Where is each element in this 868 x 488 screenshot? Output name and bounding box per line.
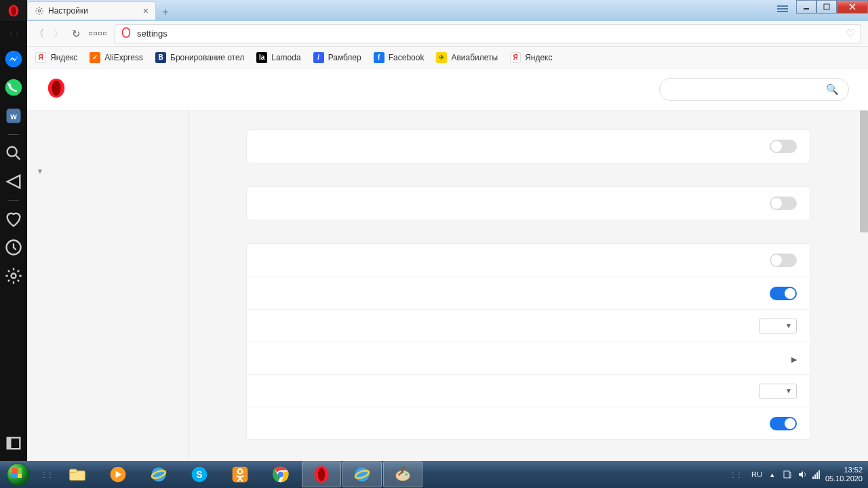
- skype-taskbar-button[interactable]: S: [180, 462, 219, 487]
- forward-button[interactable]: 〉: [53, 28, 64, 40]
- settings-search[interactable]: 🔍: [659, 78, 849, 101]
- history-icon[interactable]: [4, 238, 23, 257]
- svg-rect-16: [7, 438, 12, 449]
- bookmark-item[interactable]: fFacebook: [374, 52, 425, 63]
- speed-dial-button[interactable]: [89, 32, 106, 35]
- svg-point-30: [278, 472, 284, 478]
- settings-card: [246, 186, 811, 220]
- vk-icon[interactable]: w: [4, 106, 23, 125]
- toggle-switch[interactable]: [770, 253, 797, 267]
- svg-rect-3: [777, 5, 788, 7]
- bookmark-favicon: f: [374, 52, 384, 63]
- settings-row[interactable]: [247, 244, 810, 277]
- messenger-icon[interactable]: [4, 49, 23, 68]
- search-sidebar-icon[interactable]: [4, 144, 23, 163]
- bookmark-label: Рамблер: [328, 53, 361, 62]
- system-tray: ⋮⋮ RU ▴ 13:52 05.10.2020: [726, 461, 868, 488]
- svg-rect-7: [824, 4, 829, 9]
- bookmark-heart-icon[interactable]: ♡: [846, 27, 855, 40]
- opera-sidebar: ⋮⋮ w: [0, 21, 27, 461]
- browser-tab[interactable]: Настройки ×: [27, 1, 156, 20]
- bookmark-item[interactable]: ЯЯндекс: [35, 52, 77, 63]
- opera-taskbar-button[interactable]: [302, 462, 341, 487]
- settings-card: [246, 129, 811, 163]
- toggle-switch[interactable]: [770, 287, 797, 300]
- maximize-button[interactable]: [816, 0, 837, 14]
- back-button[interactable]: 〈: [34, 28, 45, 40]
- reload-button[interactable]: ↻: [72, 28, 81, 40]
- tab-title: Настройки: [48, 6, 139, 16]
- ie-taskbar-button[interactable]: [139, 462, 178, 487]
- settings-row[interactable]: [247, 130, 810, 163]
- dropdown-select[interactable]: ▼: [759, 384, 797, 399]
- settings-row[interactable]: ▶: [247, 342, 810, 374]
- address-bar[interactable]: ♡: [115, 24, 861, 43]
- bookmark-favicon: Я: [510, 52, 521, 63]
- flow-icon[interactable]: [4, 172, 23, 191]
- opera-menu-button[interactable]: [0, 0, 27, 21]
- windows-taskbar: ⋮⋮ S ⋮⋮ RU ▴ 13:52 05.10.2020: [0, 461, 868, 488]
- svg-point-36: [398, 473, 401, 476]
- network-signal-icon[interactable]: [812, 470, 820, 479]
- toggle-switch[interactable]: [770, 197, 797, 210]
- bookmark-item[interactable]: /Рамблер: [313, 52, 361, 63]
- scrollbar-thumb[interactable]: [860, 110, 868, 232]
- close-window-button[interactable]: [837, 0, 868, 14]
- bookmark-label: Lamoda: [271, 53, 300, 62]
- toggle-switch[interactable]: [770, 140, 797, 153]
- bookmark-item[interactable]: ✓AliExpress: [90, 52, 143, 63]
- bookmark-item[interactable]: ЯЯндекс: [510, 52, 552, 63]
- whatsapp-icon[interactable]: [4, 78, 23, 97]
- bookmark-item[interactable]: laLamoda: [256, 52, 300, 63]
- new-tab-button[interactable]: +: [156, 3, 175, 21]
- bookmark-favicon: ✈: [436, 52, 447, 63]
- site-info-icon[interactable]: [121, 27, 132, 41]
- bookmark-label: AliExpress: [104, 53, 143, 62]
- sidebar-separator: [8, 200, 19, 201]
- dropdown-select[interactable]: ▼: [759, 319, 797, 333]
- settings-row[interactable]: ▼: [247, 309, 810, 342]
- chrome-taskbar-button[interactable]: [261, 462, 300, 487]
- settings-nav-pane: ▼: [27, 110, 189, 461]
- bookmark-favicon: Я: [35, 52, 46, 63]
- settings-row[interactable]: ▼: [247, 374, 810, 407]
- settings-header: 🔍: [27, 68, 868, 110]
- tray-grip-icon[interactable]: ⋮⋮: [726, 471, 746, 479]
- titlebar: Настройки × +: [0, 0, 868, 21]
- action-center-icon[interactable]: [783, 470, 792, 479]
- bookmark-item[interactable]: BБронирование отел: [155, 52, 244, 63]
- start-button[interactable]: [0, 461, 37, 488]
- volume-icon[interactable]: [797, 470, 807, 479]
- search-icon: 🔍: [826, 83, 839, 96]
- tray-chevron-up-icon[interactable]: ▴: [768, 470, 777, 479]
- svg-point-14: [12, 274, 16, 279]
- settings-row[interactable]: [247, 277, 810, 309]
- settings-row[interactable]: [247, 187, 810, 220]
- language-indicator[interactable]: RU: [751, 470, 762, 479]
- tray-clock[interactable]: 13:52 05.10.2020: [825, 466, 863, 483]
- minimize-button[interactable]: [796, 0, 816, 14]
- chevron-down-icon[interactable]: ▼: [37, 167, 43, 175]
- panel-toggle-icon[interactable]: [4, 434, 23, 453]
- settings-search-input[interactable]: [669, 84, 826, 94]
- media-player-taskbar-button[interactable]: [98, 462, 138, 487]
- svg-point-32: [318, 468, 326, 481]
- bookmark-item[interactable]: ✈Авиабилеты: [436, 52, 498, 63]
- settings-sidebar-icon[interactable]: [4, 266, 23, 285]
- tabs-menu-icon[interactable]: [776, 4, 789, 14]
- taskbar-grip-icon[interactable]: ⋮⋮: [37, 471, 57, 479]
- heart-sidebar-icon[interactable]: [4, 209, 23, 228]
- chevron-right-icon[interactable]: ▶: [791, 355, 797, 363]
- ie-window-taskbar-button[interactable]: [342, 462, 382, 487]
- window-controls: [796, 0, 868, 14]
- paint-taskbar-button[interactable]: [383, 462, 422, 487]
- ok-taskbar-button[interactable]: [220, 462, 260, 487]
- tray-time: 13:52: [825, 466, 863, 474]
- url-input[interactable]: [137, 28, 840, 39]
- tab-close-button[interactable]: ×: [143, 5, 149, 16]
- svg-point-38: [406, 473, 408, 476]
- sidebar-grip-icon[interactable]: ⋮⋮: [7, 30, 20, 38]
- settings-row[interactable]: [247, 407, 810, 439]
- explorer-taskbar-button[interactable]: [58, 462, 97, 487]
- toggle-switch[interactable]: [770, 417, 797, 430]
